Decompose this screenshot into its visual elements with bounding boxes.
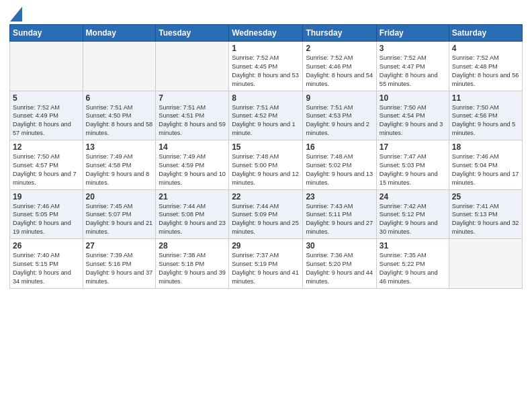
calendar-week-4: 19Sunrise: 7:46 AM Sunset: 5:05 PM Dayli… bbox=[10, 189, 523, 239]
page: SundayMondayTuesdayWednesdayThursdayFrid… bbox=[0, 0, 532, 411]
day-number: 20 bbox=[86, 192, 153, 201]
day-number: 18 bbox=[452, 142, 519, 152]
calendar-cell: 16Sunrise: 7:48 AM Sunset: 5:02 PM Dayli… bbox=[303, 140, 376, 190]
calendar-cell: 28Sunrise: 7:38 AM Sunset: 5:18 PM Dayli… bbox=[156, 239, 229, 289]
day-info: Sunrise: 7:48 AM Sunset: 5:02 PM Dayligh… bbox=[306, 152, 373, 187]
calendar-header-saturday: Saturday bbox=[449, 25, 522, 42]
day-number: 28 bbox=[159, 241, 226, 250]
day-number: 17 bbox=[380, 142, 446, 152]
day-number: 7 bbox=[159, 93, 226, 103]
day-info: Sunrise: 7:48 AM Sunset: 5:00 PM Dayligh… bbox=[232, 152, 300, 187]
day-number: 5 bbox=[13, 93, 80, 103]
calendar-header-tuesday: Tuesday bbox=[156, 25, 229, 42]
day-info: Sunrise: 7:49 AM Sunset: 4:58 PM Dayligh… bbox=[86, 152, 153, 187]
day-number: 31 bbox=[380, 241, 446, 250]
day-number: 23 bbox=[306, 192, 373, 201]
calendar-cell: 15Sunrise: 7:48 AM Sunset: 5:00 PM Dayli… bbox=[229, 140, 303, 190]
day-number: 30 bbox=[306, 241, 373, 250]
day-info: Sunrise: 7:39 AM Sunset: 5:16 PM Dayligh… bbox=[86, 251, 153, 286]
day-number: 8 bbox=[232, 93, 300, 103]
calendar-cell: 10Sunrise: 7:50 AM Sunset: 4:54 PM Dayli… bbox=[376, 91, 449, 140]
day-number: 6 bbox=[86, 93, 153, 103]
day-info: Sunrise: 7:44 AM Sunset: 5:09 PM Dayligh… bbox=[232, 202, 300, 237]
day-number: 16 bbox=[306, 142, 373, 152]
day-info: Sunrise: 7:52 AM Sunset: 4:48 PM Dayligh… bbox=[452, 54, 519, 89]
day-number: 4 bbox=[452, 44, 519, 53]
calendar-header-thursday: Thursday bbox=[303, 25, 376, 42]
calendar-cell: 8Sunrise: 7:51 AM Sunset: 4:52 PM Daylig… bbox=[229, 91, 303, 140]
calendar-cell: 29Sunrise: 7:37 AM Sunset: 5:19 PM Dayli… bbox=[229, 239, 303, 289]
calendar-week-3: 12Sunrise: 7:50 AM Sunset: 4:57 PM Dayli… bbox=[10, 140, 523, 190]
day-number: 26 bbox=[13, 241, 80, 250]
calendar-cell: 11Sunrise: 7:50 AM Sunset: 4:56 PM Dayli… bbox=[449, 91, 522, 140]
day-info: Sunrise: 7:51 AM Sunset: 4:53 PM Dayligh… bbox=[306, 103, 373, 138]
day-number: 13 bbox=[86, 142, 153, 152]
day-info: Sunrise: 7:37 AM Sunset: 5:19 PM Dayligh… bbox=[232, 251, 300, 286]
day-info: Sunrise: 7:42 AM Sunset: 5:12 PM Dayligh… bbox=[380, 202, 446, 237]
day-info: Sunrise: 7:47 AM Sunset: 5:03 PM Dayligh… bbox=[380, 152, 446, 187]
calendar-header-row: SundayMondayTuesdayWednesdayThursdayFrid… bbox=[10, 25, 523, 42]
day-info: Sunrise: 7:35 AM Sunset: 5:22 PM Dayligh… bbox=[380, 251, 446, 286]
calendar-cell: 23Sunrise: 7:43 AM Sunset: 5:11 PM Dayli… bbox=[303, 189, 376, 239]
logo-triangle-icon bbox=[10, 7, 22, 21]
day-number: 14 bbox=[159, 142, 226, 152]
day-number: 29 bbox=[232, 241, 300, 250]
day-info: Sunrise: 7:43 AM Sunset: 5:11 PM Dayligh… bbox=[306, 202, 373, 237]
calendar-cell: 5Sunrise: 7:52 AM Sunset: 4:49 PM Daylig… bbox=[10, 91, 83, 140]
day-number: 24 bbox=[380, 192, 446, 201]
day-info: Sunrise: 7:52 AM Sunset: 4:45 PM Dayligh… bbox=[232, 54, 300, 89]
day-number: 19 bbox=[13, 192, 80, 201]
calendar-cell: 26Sunrise: 7:40 AM Sunset: 5:15 PM Dayli… bbox=[10, 239, 83, 289]
day-info: Sunrise: 7:50 AM Sunset: 4:56 PM Dayligh… bbox=[452, 103, 519, 138]
calendar-cell: 24Sunrise: 7:42 AM Sunset: 5:12 PM Dayli… bbox=[376, 189, 449, 239]
day-number: 12 bbox=[13, 142, 80, 152]
day-info: Sunrise: 7:46 AM Sunset: 5:04 PM Dayligh… bbox=[452, 152, 519, 187]
calendar-cell: 1Sunrise: 7:52 AM Sunset: 4:45 PM Daylig… bbox=[229, 42, 303, 91]
calendar-cell: 19Sunrise: 7:46 AM Sunset: 5:05 PM Dayli… bbox=[10, 189, 83, 239]
day-info: Sunrise: 7:51 AM Sunset: 4:51 PM Dayligh… bbox=[159, 103, 226, 138]
svg-marker-0 bbox=[10, 7, 22, 21]
day-info: Sunrise: 7:51 AM Sunset: 4:50 PM Dayligh… bbox=[86, 103, 153, 138]
day-number: 3 bbox=[380, 44, 446, 53]
day-info: Sunrise: 7:36 AM Sunset: 5:20 PM Dayligh… bbox=[306, 251, 373, 286]
calendar-cell: 7Sunrise: 7:51 AM Sunset: 4:51 PM Daylig… bbox=[156, 91, 229, 140]
calendar-cell: 3Sunrise: 7:52 AM Sunset: 4:47 PM Daylig… bbox=[376, 42, 449, 91]
day-info: Sunrise: 7:44 AM Sunset: 5:08 PM Dayligh… bbox=[159, 202, 226, 237]
calendar-cell: 14Sunrise: 7:49 AM Sunset: 4:59 PM Dayli… bbox=[156, 140, 229, 190]
calendar-cell: 20Sunrise: 7:45 AM Sunset: 5:07 PM Dayli… bbox=[83, 189, 156, 239]
calendar-cell: 30Sunrise: 7:36 AM Sunset: 5:20 PM Dayli… bbox=[303, 239, 376, 289]
day-info: Sunrise: 7:49 AM Sunset: 4:59 PM Dayligh… bbox=[159, 152, 226, 187]
day-number: 22 bbox=[232, 192, 300, 201]
day-number: 9 bbox=[306, 93, 373, 103]
logo bbox=[9, 7, 23, 19]
calendar-cell: 12Sunrise: 7:50 AM Sunset: 4:57 PM Dayli… bbox=[10, 140, 83, 190]
calendar-cell: 27Sunrise: 7:39 AM Sunset: 5:16 PM Dayli… bbox=[83, 239, 156, 289]
calendar-cell: 25Sunrise: 7:41 AM Sunset: 5:13 PM Dayli… bbox=[449, 189, 522, 239]
calendar-table: SundayMondayTuesdayWednesdayThursdayFrid… bbox=[9, 24, 523, 289]
calendar-cell: 22Sunrise: 7:44 AM Sunset: 5:09 PM Dayli… bbox=[229, 189, 303, 239]
day-number: 10 bbox=[380, 93, 446, 103]
day-number: 11 bbox=[452, 93, 519, 103]
calendar-cell: 17Sunrise: 7:47 AM Sunset: 5:03 PM Dayli… bbox=[376, 140, 449, 190]
calendar-header-monday: Monday bbox=[83, 25, 156, 42]
day-info: Sunrise: 7:38 AM Sunset: 5:18 PM Dayligh… bbox=[159, 251, 226, 286]
calendar-week-2: 5Sunrise: 7:52 AM Sunset: 4:49 PM Daylig… bbox=[10, 91, 523, 140]
calendar-header-friday: Friday bbox=[376, 25, 449, 42]
day-info: Sunrise: 7:46 AM Sunset: 5:05 PM Dayligh… bbox=[13, 202, 80, 237]
day-info: Sunrise: 7:52 AM Sunset: 4:47 PM Dayligh… bbox=[380, 54, 446, 89]
day-info: Sunrise: 7:50 AM Sunset: 4:54 PM Dayligh… bbox=[380, 103, 446, 138]
calendar-cell bbox=[449, 239, 522, 289]
calendar-week-1: 1Sunrise: 7:52 AM Sunset: 4:45 PM Daylig… bbox=[10, 42, 523, 91]
header bbox=[9, 7, 523, 19]
day-number: 25 bbox=[452, 192, 519, 201]
calendar-header-wednesday: Wednesday bbox=[229, 25, 303, 42]
calendar-cell: 31Sunrise: 7:35 AM Sunset: 5:22 PM Dayli… bbox=[376, 239, 449, 289]
day-number: 15 bbox=[232, 142, 300, 152]
calendar-week-5: 26Sunrise: 7:40 AM Sunset: 5:15 PM Dayli… bbox=[10, 239, 523, 289]
calendar-cell: 6Sunrise: 7:51 AM Sunset: 4:50 PM Daylig… bbox=[83, 91, 156, 140]
day-info: Sunrise: 7:50 AM Sunset: 4:57 PM Dayligh… bbox=[13, 152, 80, 187]
day-number: 2 bbox=[306, 44, 373, 53]
calendar-cell: 4Sunrise: 7:52 AM Sunset: 4:48 PM Daylig… bbox=[449, 42, 522, 91]
day-info: Sunrise: 7:40 AM Sunset: 5:15 PM Dayligh… bbox=[13, 251, 80, 286]
calendar-header-sunday: Sunday bbox=[10, 25, 83, 42]
